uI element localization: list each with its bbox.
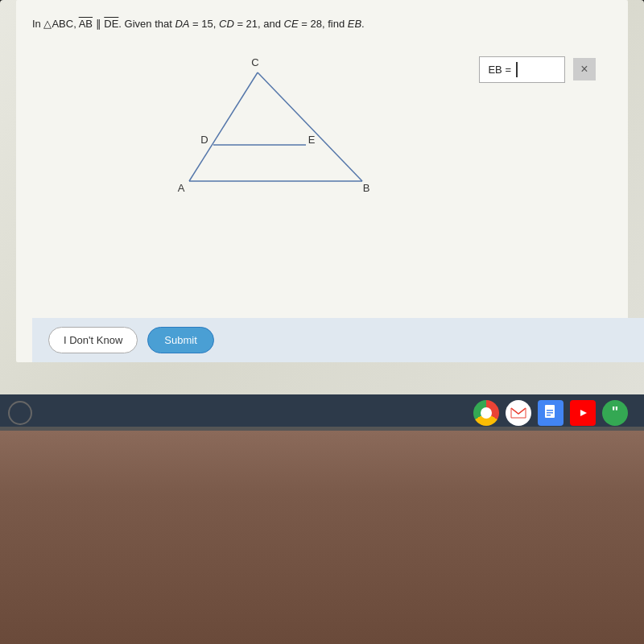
svg-text:E: E	[308, 134, 316, 146]
answer-label: EB =	[488, 64, 511, 76]
svg-text:A: A	[178, 182, 185, 194]
problem-text: In △ABC, AB ∥ DE. Given that DA = 15, CD…	[32, 16, 612, 32]
gmail-icon[interactable]	[506, 400, 531, 426]
diagram-container: C D E A B EB = ×	[16, 40, 628, 217]
problem-area: In △ABC, AB ∥ DE. Given that DA = 15, CD…	[16, 0, 628, 40]
screen: In △ABC, AB ∥ DE. Given that DA = 15, CD…	[0, 0, 644, 394]
dont-know-button[interactable]: I Don't Know	[48, 327, 138, 353]
answer-box: EB =	[479, 56, 565, 83]
triangle-diagram: C D E A B	[64, 48, 451, 209]
svg-rect-10	[547, 410, 553, 411]
docs-icon[interactable]	[538, 400, 564, 426]
quotes-icon[interactable]: "	[602, 400, 628, 426]
app-content: In △ABC, AB ∥ DE. Given that DA = 15, CD…	[16, 0, 628, 362]
svg-rect-12	[547, 415, 551, 416]
laptop-bottom: SAMSUNG	[0, 431, 644, 644]
youtube-icon[interactable]	[570, 400, 596, 426]
taskbar-circle	[8, 401, 32, 425]
answer-area: EB = ×	[479, 56, 596, 83]
close-button[interactable]: ×	[573, 58, 596, 80]
svg-rect-9	[545, 405, 555, 418]
svg-text:C: C	[251, 56, 258, 68]
submit-button[interactable]: Submit	[147, 327, 213, 353]
svg-line-0	[189, 72, 258, 181]
eb-input[interactable]	[516, 62, 556, 77]
svg-rect-11	[547, 412, 553, 414]
svg-text:B: B	[363, 182, 370, 194]
taskbar: "	[0, 394, 644, 431]
chrome-icon[interactable]	[473, 400, 499, 426]
button-bar: I Don't Know Submit	[32, 318, 644, 362]
svg-line-1	[258, 72, 362, 181]
svg-text:D: D	[200, 134, 208, 146]
